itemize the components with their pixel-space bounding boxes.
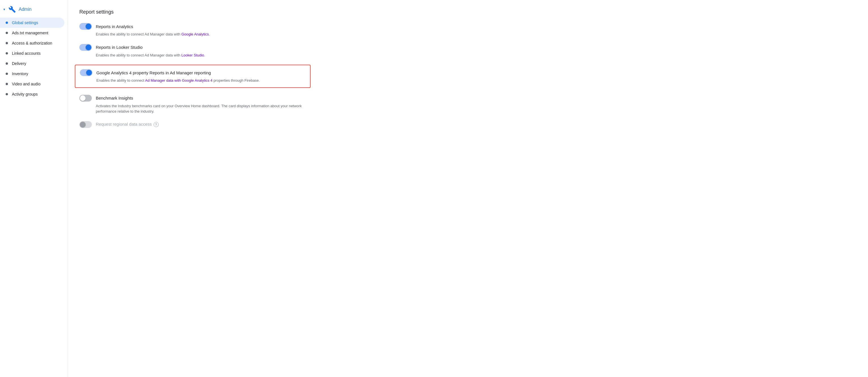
nav-dot <box>6 62 8 65</box>
nav-dot <box>6 93 8 95</box>
nav-label: Inventory <box>12 71 28 76</box>
nav-dot <box>6 42 8 44</box>
nav-label: Activity groups <box>12 92 38 96</box>
sidebar-item-inventory[interactable]: Inventory <box>0 69 64 79</box>
nav-label: Linked accounts <box>12 51 40 56</box>
nav-label: Access & authorization <box>12 41 52 46</box>
section-title: Report settings <box>79 9 857 15</box>
sidebar-item-global-settings[interactable]: Global settings <box>0 18 64 28</box>
nav-label: Global settings <box>12 21 38 25</box>
toggle-benchmark-insights[interactable] <box>79 95 92 102</box>
sidebar-item-delivery[interactable]: Delivery <box>0 58 64 69</box>
nav-label: Ads.txt management <box>12 31 48 35</box>
wrench-icon <box>8 6 16 13</box>
main-content: Report settings Reports in AnalyticsEnab… <box>68 0 868 377</box>
toggle-slider <box>79 121 92 128</box>
setting-title: Request regional data access? <box>96 122 159 127</box>
setting-item-regional-data: Request regional data access? <box>79 121 306 128</box>
setting-item-benchmark-insights: Benchmark InsightsActivates the Industry… <box>79 95 306 114</box>
setting-item-reports-analytics: Reports in AnalyticsEnables the ability … <box>79 23 306 37</box>
setting-link[interactable]: Ad Manager data with Google Analytics 4 <box>145 78 213 83</box>
nav-list: Global settingsAds.txt managementAccess … <box>0 18 68 99</box>
sidebar-item-linked-accounts[interactable]: Linked accounts <box>0 48 64 58</box>
toggle-slider <box>79 95 92 102</box>
help-icon[interactable]: ? <box>154 122 159 127</box>
admin-label: Admin <box>19 7 31 12</box>
toggle-reports-looker[interactable] <box>79 44 92 51</box>
setting-title: Benchmark Insights <box>96 95 133 100</box>
toggle-slider <box>80 69 92 76</box>
setting-title: Google Analytics 4 property Reports in A… <box>96 70 211 75</box>
setting-row: Benchmark Insights <box>79 95 306 102</box>
setting-link[interactable]: Google Analytics <box>181 32 209 36</box>
chevron-icon: ▾ <box>3 7 5 11</box>
setting-title: Reports in Looker Studio <box>96 45 143 50</box>
setting-row: Request regional data access? <box>79 121 306 128</box>
setting-desc: Enables the ability to connect Ad Manage… <box>79 31 306 37</box>
sidebar-header: ▾ Admin <box>0 3 68 18</box>
setting-title: Reports in Analytics <box>96 24 133 29</box>
sidebar-item-activity-groups[interactable]: Activity groups <box>0 89 64 99</box>
nav-label: Video and audio <box>12 82 40 86</box>
setting-link[interactable]: Looker Studio <box>181 53 204 57</box>
nav-dot <box>6 52 8 55</box>
sidebar: ▾ Admin Global settingsAds.txt managemen… <box>0 0 68 377</box>
toggle-reports-analytics[interactable] <box>79 23 92 30</box>
setting-item-reports-looker: Reports in Looker StudioEnables the abil… <box>79 44 306 58</box>
sidebar-item-video-audio[interactable]: Video and audio <box>0 79 64 89</box>
setting-desc: Activates the Industry benchmarks card o… <box>79 103 306 114</box>
nav-dot <box>6 32 8 34</box>
nav-dot <box>6 72 8 75</box>
setting-row: Reports in Looker Studio <box>79 44 306 51</box>
nav-dot <box>6 83 8 85</box>
setting-desc: Enables the ability to connect Ad Manage… <box>79 53 306 58</box>
toggle-reports-ga4[interactable] <box>80 69 92 76</box>
toggle-slider <box>79 23 92 30</box>
nav-label: Delivery <box>12 61 26 66</box>
toggle-regional-data[interactable] <box>79 121 92 128</box>
nav-dot <box>6 22 8 24</box>
sidebar-item-access-authorization[interactable]: Access & authorization <box>0 38 64 48</box>
setting-row: Reports in Analytics <box>79 23 306 30</box>
setting-item-reports-ga4: Google Analytics 4 property Reports in A… <box>75 65 311 88</box>
setting-row: Google Analytics 4 property Reports in A… <box>80 69 306 76</box>
toggle-slider <box>79 44 92 51</box>
setting-desc: Enables the ability to connect Ad Manage… <box>80 78 306 83</box>
settings-list: Reports in AnalyticsEnables the ability … <box>79 23 306 128</box>
sidebar-item-ads-txt[interactable]: Ads.txt management <box>0 28 64 38</box>
